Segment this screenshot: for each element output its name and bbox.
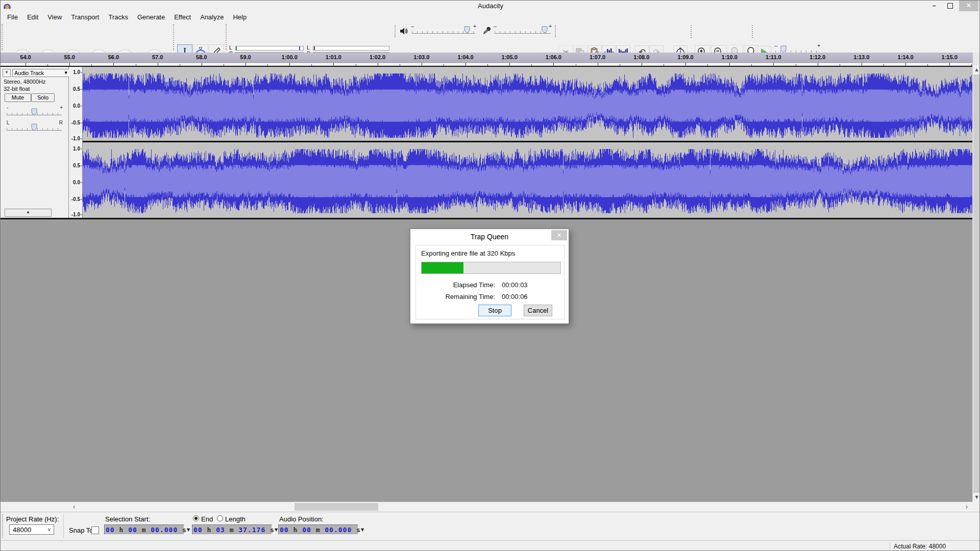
scroll-down-arrow[interactable]: ▼ [973, 493, 980, 502]
amplitude-label: 0.5 [73, 86, 80, 92]
meter-channel-label: L [307, 45, 310, 51]
vertical-scrollbar[interactable]: ▲ ▼ [972, 66, 980, 502]
menu-tracks[interactable]: Tracks [104, 13, 133, 21]
timeline-label: 1:14.0 [897, 54, 913, 60]
status-bar: Actual Rate: 48000 [1, 540, 980, 551]
close-button[interactable]: ✕ [959, 1, 978, 11]
length-radio[interactable] [217, 515, 223, 521]
timeline-label: 1:11.0 [766, 54, 781, 60]
elapsed-time-value: 00:00:03 [502, 281, 528, 289]
input-volume-thumb[interactable] [542, 26, 548, 34]
output-volume-icon [400, 28, 408, 35]
vertical-scale-ruler[interactable]: 1.00.50.0-0.5-1.01.00.50.0-0.5-1.0 [69, 67, 83, 218]
meter-channel-label: L [229, 45, 232, 51]
timeline-label: 55.0 [64, 54, 75, 60]
dialog-close-button[interactable]: ✕ [551, 230, 567, 240]
dialog-title: Trap Queen [410, 233, 569, 241]
meter-toolbar-grip[interactable] [226, 24, 228, 51]
zoom-toolbar-grip[interactable] [691, 25, 693, 38]
field-dropdown-arrow[interactable]: ▼ [361, 528, 364, 532]
rec-peak-tick [314, 46, 315, 50]
vertical-scrollbar-thumb[interactable] [973, 74, 980, 493]
edit-toolbar-grip[interactable] [555, 25, 557, 37]
amplitude-label: -0.5 [71, 196, 80, 202]
export-message: Exporting entire file at 320 Kbps [421, 249, 515, 257]
remaining-time-value: 00:00:06 [502, 293, 528, 300]
scroll-up-arrow[interactable]: ▲ [973, 66, 980, 74]
restore-button[interactable] [943, 1, 958, 11]
speed-toolbar-grip[interactable] [752, 25, 754, 38]
input-volume-icon [482, 27, 491, 35]
amplitude-label: -1.0 [71, 212, 80, 217]
toolbar-dock: I ↔ ✳ [1, 22, 980, 53]
selection-toolbar: Project Rate (Hz): 48000 ∨ Snap To Selec… [1, 512, 980, 540]
project-rate-dropdown[interactable]: 48000 ∨ [9, 524, 54, 535]
transport-toolbar-grip[interactable] [2, 24, 4, 51]
mixer-toolbar-grip[interactable] [395, 25, 397, 37]
tools-toolbar-grip[interactable] [173, 24, 176, 51]
timeline-label: 57.0 [152, 54, 163, 60]
timeline-label: 1:02.0 [370, 54, 385, 60]
timeline-label: 1:03.0 [413, 54, 429, 60]
selection-end-field[interactable]: 00 h 03 m 37.176 s ▼ [192, 524, 272, 535]
toolbar-separator [63, 514, 64, 538]
menu-analyze[interactable]: Analyze [195, 13, 228, 21]
menu-transport[interactable]: Transport [66, 13, 104, 21]
timeline-label: 58.0 [196, 54, 207, 60]
stop-export-button[interactable]: Stop [478, 305, 511, 316]
meter-start-tick [236, 46, 237, 50]
ruler-corner [972, 53, 980, 66]
menu-view[interactable]: View [43, 13, 66, 21]
amplitude-label: -1.0 [71, 136, 80, 141]
mute-button[interactable]: Mute [5, 93, 31, 102]
remaining-time-label: Remaining Time: [416, 293, 495, 300]
field-dropdown-arrow[interactable]: ▼ [275, 528, 278, 532]
horizontal-scrollbar[interactable]: ‹ › [1, 502, 972, 512]
track-collapse-button[interactable]: ▲ [5, 209, 52, 217]
export-progress-bar [421, 262, 561, 274]
scroll-right-arrow[interactable]: › [962, 503, 971, 512]
audio-position-field[interactable]: 00 h 00 m 00.000 s ▼ [278, 524, 358, 535]
menu-file[interactable]: File [3, 13, 22, 21]
track-close-button[interactable]: × [3, 69, 11, 77]
chevron-down-icon: ∨ [47, 527, 51, 532]
peak-hold-tick [299, 46, 300, 50]
playback-speed-thumb[interactable] [780, 45, 787, 53]
end-radio[interactable] [193, 515, 199, 521]
scroll-left-arrow[interactable]: ‹ [69, 503, 79, 512]
pan-thumb[interactable] [31, 123, 37, 131]
menu-edit[interactable]: Edit [22, 13, 43, 21]
selection-toolbar-grip[interactable] [2, 514, 5, 538]
solo-button[interactable]: Solo [31, 93, 55, 102]
snap-to-checkbox[interactable] [91, 527, 99, 534]
waveform-display[interactable] [83, 67, 972, 218]
timeline-label: 1:08.0 [633, 54, 649, 60]
horizontal-scrollbar-thumb[interactable] [295, 503, 378, 511]
track-name-dropdown[interactable]: Audio Track ▼ [12, 69, 69, 77]
end-radio-label[interactable]: End [201, 515, 213, 523]
menu-help[interactable]: Help [228, 13, 251, 21]
export-progress-dialog: Trap Queen ✕ Exporting entire file at 32… [410, 229, 569, 324]
cancel-export-button[interactable]: Cancel [524, 305, 552, 316]
track-bitdepth-info: 32-bit float [4, 86, 30, 92]
output-volume-thumb[interactable] [464, 26, 470, 34]
timeline-ruler[interactable]: 54.055.056.057.058.059.01:00.01:01.01:02… [1, 53, 972, 63]
timeline-label: 1:10.0 [722, 54, 738, 60]
menu-generate[interactable]: Generate [133, 13, 169, 21]
timeline-label: 1:05.0 [502, 54, 518, 60]
title-bar[interactable]: Audacity – ✕ [1, 1, 980, 12]
window-title: Audacity [1, 2, 980, 10]
chevron-down-icon: ▼ [65, 71, 67, 75]
selection-start-label: Selection Start: [105, 515, 150, 523]
minimize-button[interactable]: – [926, 1, 942, 11]
length-radio-label[interactable]: Length [225, 515, 246, 523]
selection-start-field[interactable]: 00 h 00 m 00.000 s ▼ [104, 524, 184, 535]
timeline-label: 1:04.0 [457, 54, 473, 60]
menu-effect[interactable]: Effect [169, 13, 195, 21]
track-border [1, 66, 972, 67]
timeline-label: 1:12.0 [810, 54, 825, 60]
field-dropdown-arrow[interactable]: ▼ [187, 528, 190, 532]
gain-slider[interactable]: - + [6, 105, 64, 118]
gain-thumb[interactable] [31, 108, 37, 116]
pan-slider[interactable]: L R [6, 120, 64, 133]
